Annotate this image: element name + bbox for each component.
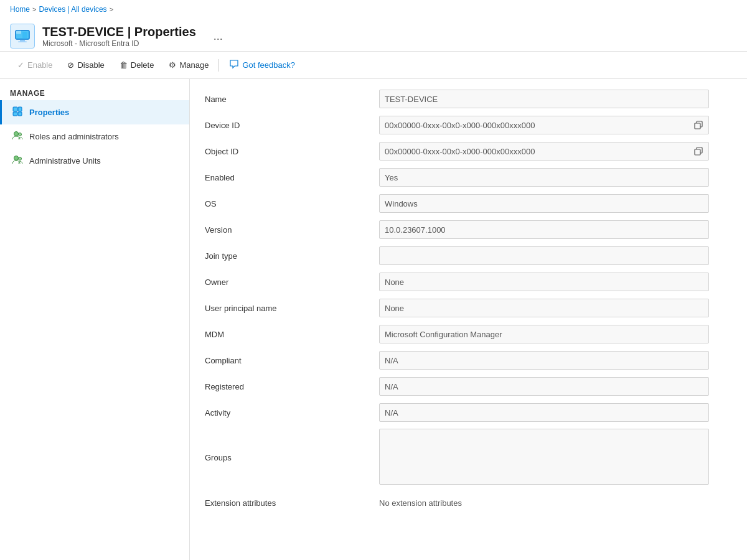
delete-button[interactable]: 🗑 Delete (112, 57, 162, 73)
field-label-1: Device ID (205, 121, 379, 130)
page-subtitle: Microsoft - Microsoft Entra ID (42, 39, 196, 48)
svg-point-9 (14, 132, 19, 136)
feedback-button[interactable]: Got feedback? (222, 55, 303, 75)
sidebar-item-label-roles: Roles and administrators (29, 132, 119, 141)
field-value-13 (379, 429, 709, 487)
field-input-12: N/A (379, 403, 709, 422)
field-input-10: N/A (379, 351, 709, 370)
enable-label: Enable (27, 60, 52, 70)
svg-rect-6 (13, 112, 17, 116)
toolbar-separator (218, 59, 219, 72)
svg-rect-2 (18, 42, 27, 43)
field-input-3: Yes (379, 168, 709, 187)
field-label-5: Version (205, 225, 379, 235)
manage-button[interactable]: ⚙ Manage (161, 57, 216, 73)
svg-point-10 (19, 133, 22, 136)
properties-form: NameTEST-DEVICEDevice ID00x00000-0xxx-00… (205, 89, 732, 487)
breadcrumb-sep1: > (32, 6, 36, 13)
extension-attributes-row: Extension attributes No extension attrib… (205, 493, 732, 513)
roles-icon (12, 130, 23, 143)
page-header: TEST-DEVICE | Properties Microsoft - Mic… (0, 19, 747, 51)
field-label-12: Activity (205, 408, 379, 418)
field-label-10: Compliant (205, 356, 379, 365)
page-title-area: TEST-DEVICE | Properties Microsoft - Mic… (42, 25, 196, 48)
svg-rect-7 (18, 107, 22, 111)
field-value-12: N/A (379, 403, 709, 422)
field-value-11: N/A (379, 377, 709, 396)
field-value-10: N/A (379, 351, 709, 370)
sidebar-item-roles[interactable]: Roles and administrators (0, 124, 189, 149)
more-options-button[interactable]: ... (209, 27, 228, 45)
form-row-9: MDMMicrosoft Configuration Manager (205, 324, 732, 344)
svg-rect-14 (695, 149, 700, 155)
toolbar: ✓ Enable ⊘ Disable 🗑 Delete ⚙ Manage Got… (0, 51, 747, 79)
form-row-3: EnabledYes (205, 167, 732, 187)
copy-button-1[interactable] (692, 119, 705, 131)
svg-point-11 (14, 156, 19, 161)
field-value-5: 10.0.23607.1000 (379, 220, 709, 239)
field-input-11: N/A (379, 377, 709, 396)
field-label-6: Join type (205, 251, 379, 261)
form-row-12: ActivityN/A (205, 403, 732, 422)
field-label-8: User principal name (205, 304, 379, 313)
field-value-7: None (379, 273, 709, 291)
field-value-2: 00x00000-0xxx-00x0-x000-000x00xxx000 (379, 142, 709, 161)
sidebar-item-admin-units[interactable]: Administrative Units (0, 149, 189, 173)
field-label-4: OS (205, 199, 379, 208)
field-label-3: Enabled (205, 173, 379, 182)
field-textarea-13[interactable] (379, 429, 709, 485)
form-row-2: Object ID00x00000-0xxx-00x0-x000-000x00x… (205, 141, 732, 161)
field-label-13: Groups (205, 453, 379, 462)
admin-units-icon (12, 154, 23, 167)
enable-button[interactable]: ✓ Enable (10, 57, 60, 73)
feedback-icon (229, 59, 239, 71)
field-value-4: Windows (379, 194, 709, 213)
sidebar-manage-label: Manage (0, 84, 189, 100)
field-value-9: Microsoft Configuration Manager (379, 325, 709, 343)
field-input-1: 00x00000-0xxx-00x0-x000-000x00xxx000 (379, 116, 709, 134)
page-title: TEST-DEVICE | Properties (42, 25, 196, 39)
svg-rect-4 (22, 32, 27, 38)
field-input-6 (379, 246, 709, 265)
disable-icon: ⊘ (67, 60, 74, 70)
svg-rect-13 (695, 123, 700, 129)
main-layout: Manage Properties R (0, 79, 747, 560)
field-value-1: 00x00000-0xxx-00x0-x000-000x00xxx000 (379, 116, 709, 134)
form-row-0: NameTEST-DEVICE (205, 89, 732, 109)
form-row-13: Groups (205, 429, 732, 487)
form-row-8: User principal nameNone (205, 298, 732, 318)
copy-button-2[interactable] (692, 146, 705, 157)
svg-rect-8 (18, 112, 22, 116)
field-label-9: MDM (205, 330, 379, 339)
field-input-9: Microsoft Configuration Manager (379, 325, 709, 343)
field-label-0: Name (205, 95, 379, 104)
form-row-7: OwnerNone (205, 272, 732, 292)
sidebar-item-properties[interactable]: Properties (0, 100, 189, 124)
form-row-6: Join type (205, 246, 732, 266)
field-value-3: Yes (379, 168, 709, 187)
sidebar: Manage Properties R (0, 79, 190, 560)
breadcrumb-devices[interactable]: Devices | All devices (39, 5, 106, 14)
field-value-0: TEST-DEVICE (379, 90, 709, 108)
extension-attributes-label: Extension attributes (205, 498, 379, 508)
breadcrumb-home[interactable]: Home (10, 5, 30, 14)
sidebar-item-label-admin-units: Administrative Units (29, 156, 101, 166)
svg-rect-3 (16, 31, 21, 34)
delete-label: Delete (131, 60, 154, 70)
svg-rect-5 (13, 107, 17, 111)
field-input-5: 10.0.23607.1000 (379, 220, 709, 239)
form-row-5: Version10.0.23607.1000 (205, 220, 732, 240)
field-input-8: None (379, 299, 709, 317)
field-input-4: Windows (379, 194, 709, 213)
feedback-label: Got feedback? (242, 60, 295, 70)
form-row-10: CompliantN/A (205, 350, 732, 370)
main-content: Copy to clipboard NameTEST-DEVICEDevice … (190, 79, 747, 560)
manage-icon: ⚙ (169, 60, 176, 70)
breadcrumb-sep2: > (110, 6, 113, 13)
svg-rect-1 (20, 40, 25, 42)
disable-button[interactable]: ⊘ Disable (60, 57, 111, 73)
manage-label: Manage (179, 60, 209, 70)
field-label-11: Registered (205, 382, 379, 391)
delete-icon: 🗑 (120, 60, 128, 70)
field-input-0: TEST-DEVICE (379, 90, 709, 108)
